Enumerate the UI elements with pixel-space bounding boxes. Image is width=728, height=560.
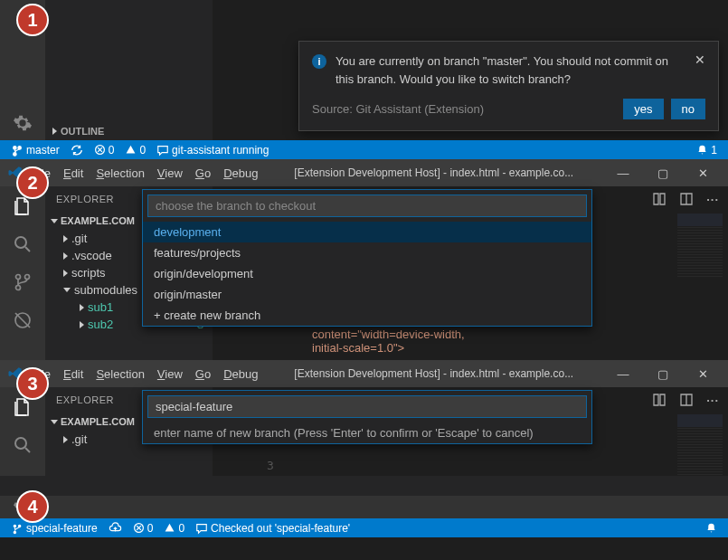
bell-icon <box>696 144 708 156</box>
errors-status[interactable]: 0 <box>90 144 118 157</box>
no-button[interactable]: no <box>671 99 705 119</box>
picker-item-origin-dev[interactable]: origin/development <box>143 263 591 284</box>
bell-icon <box>705 522 717 534</box>
cloud-status[interactable] <box>105 522 126 535</box>
warnings-status[interactable]: 0 <box>121 144 149 157</box>
activity-bar-area <box>0 496 728 518</box>
minimap[interactable] <box>677 414 723 478</box>
yes-button[interactable]: yes <box>623 99 663 119</box>
maximize-button[interactable]: ▢ <box>645 163 681 184</box>
branch-name: special-feature <box>26 522 98 535</box>
gear-icon[interactable] <box>13 113 33 133</box>
task-label: Checked out 'special-feature' <box>211 522 350 535</box>
svg-point-3 <box>25 275 30 280</box>
warning-count: 0 <box>178 522 184 535</box>
menu-edit[interactable]: Edit <box>59 367 88 381</box>
compare-icon[interactable] <box>652 192 667 206</box>
picker-item-features[interactable]: features/projects <box>143 242 591 263</box>
chevron-down-icon <box>63 288 71 292</box>
chevron-right-icon <box>80 321 84 328</box>
menu-debug[interactable]: Debug <box>219 367 262 381</box>
notifications-status[interactable]: 1 <box>693 144 721 157</box>
picker-item-create-branch[interactable]: + create new branch <box>143 305 591 326</box>
error-count: 0 <box>109 144 115 157</box>
notifications-status[interactable] <box>702 522 721 534</box>
menu-view[interactable]: View <box>153 367 187 381</box>
step-badge-4: 4 <box>16 490 49 523</box>
picker-input[interactable]: choose the branch to checkout <box>147 195 587 217</box>
task-status[interactable]: Checked out 'special-feature' <box>192 522 354 535</box>
maximize-button[interactable]: ▢ <box>645 364 681 384</box>
picker-hint: enter name of new branch (Press 'Enter' … <box>143 422 591 443</box>
compare-icon[interactable] <box>652 393 667 407</box>
step-badge-2: 2 <box>16 166 49 199</box>
more-icon[interactable]: ··· <box>706 193 719 206</box>
close-icon[interactable]: ✕ <box>695 52 705 67</box>
chevron-right-icon <box>63 270 68 277</box>
git-branch-icon <box>11 144 24 157</box>
task-label: git-assistant running <box>172 144 269 157</box>
branch-status[interactable]: master <box>7 144 63 157</box>
chevron-right-icon <box>80 304 84 311</box>
menu-edit[interactable]: Edit <box>59 166 88 180</box>
picker-item-origin-master[interactable]: origin/master <box>143 284 591 305</box>
branch-status[interactable]: special-feature <box>7 522 101 535</box>
minimize-button[interactable]: — <box>605 163 641 184</box>
step-badge-1: 1 <box>16 4 49 36</box>
code-content: content="width=device-width, initial-sca… <box>312 327 465 355</box>
notification-source: Source: Git Assistant (Extension) <box>312 102 484 116</box>
svg-point-6 <box>15 438 26 449</box>
menu-debug[interactable]: Debug <box>219 166 262 180</box>
error-count: 0 <box>147 522 154 535</box>
debug-icon[interactable] <box>12 309 33 331</box>
notification-message: You are currently on branch "master". Yo… <box>336 52 685 88</box>
search-icon[interactable] <box>12 233 33 255</box>
project-name: EXAMPLE.COM <box>61 215 135 226</box>
menu-selection[interactable]: Selection <box>91 166 148 180</box>
minimap[interactable] <box>677 214 723 277</box>
quick-picker: special-feature enter name of new branch… <box>142 390 592 444</box>
comment-icon <box>195 522 208 535</box>
errors-status[interactable]: 0 <box>129 522 157 535</box>
window-title: [Extension Development Host] - index.htm… <box>266 166 601 179</box>
more-icon[interactable]: ··· <box>706 394 719 407</box>
task-status[interactable]: git-assistant running <box>153 144 272 157</box>
picker-input[interactable]: special-feature <box>147 395 587 418</box>
chevron-right-icon <box>63 252 68 260</box>
svg-point-4 <box>16 286 21 290</box>
chevron-down-icon <box>51 420 58 424</box>
window-close-button[interactable]: ✕ <box>685 163 721 184</box>
warnings-status[interactable]: 0 <box>160 522 188 535</box>
search-icon[interactable] <box>12 434 33 456</box>
bell-count: 1 <box>711 144 717 157</box>
branch-name: master <box>26 144 60 157</box>
sidebar: OUTLINE <box>45 0 213 140</box>
outline-section[interactable]: OUTLINE <box>45 122 213 140</box>
step-badge-3: 3 <box>16 367 49 400</box>
sync-icon <box>71 144 83 157</box>
project-name: EXAMPLE.COM <box>61 416 135 427</box>
menu-go[interactable]: Go <box>191 166 215 180</box>
sync-status[interactable] <box>67 144 87 157</box>
split-icon[interactable] <box>679 393 694 407</box>
scm-icon[interactable] <box>12 271 33 293</box>
title-bar: File Edit Selection View Go Debug [Exten… <box>0 360 728 387</box>
line-number: 3 <box>267 459 274 472</box>
picker-item-development[interactable]: development <box>143 222 591 242</box>
chevron-right-icon <box>63 235 68 242</box>
info-icon: i <box>312 54 326 69</box>
activity-bar <box>0 387 45 476</box>
status-bar: master 0 0 git-assistant running 1 <box>0 140 728 159</box>
chevron-right-icon <box>63 436 68 443</box>
split-icon[interactable] <box>679 192 694 206</box>
window-close-button[interactable]: ✕ <box>685 364 721 384</box>
menu-view[interactable]: View <box>153 166 187 180</box>
activity-bar <box>0 186 45 360</box>
error-icon <box>94 144 106 156</box>
status-bar: special-feature 0 0 Checked out 'special… <box>0 518 728 537</box>
svg-point-2 <box>16 275 21 280</box>
warning-icon <box>125 144 137 156</box>
menu-selection[interactable]: Selection <box>91 367 148 381</box>
minimize-button[interactable]: — <box>605 364 641 384</box>
menu-go[interactable]: Go <box>191 367 215 381</box>
